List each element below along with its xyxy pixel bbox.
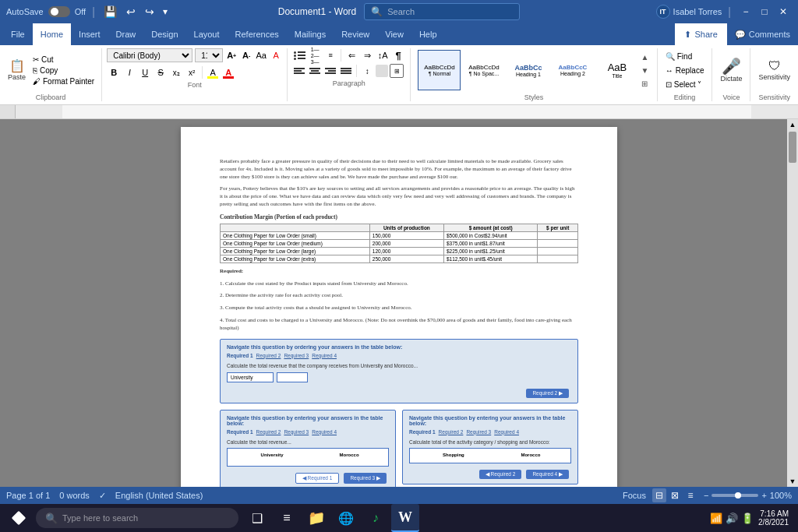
quick-access-save[interactable]: 💾 <box>101 5 119 18</box>
align-right-button[interactable] <box>323 64 337 78</box>
share-button[interactable]: ⬆Share <box>675 23 726 45</box>
answer-box-3-tab-req4[interactable]: Required 4 <box>494 429 519 435</box>
superscript-button[interactable]: x² <box>185 65 199 79</box>
font-color-button[interactable]: A <box>221 65 235 79</box>
multilevel-list-button[interactable]: ≡ <box>323 48 337 62</box>
sort-button[interactable]: ↕A <box>376 48 390 62</box>
subscript-button[interactable]: x₂ <box>169 65 183 79</box>
zoom-level[interactable]: 100% <box>770 491 792 500</box>
replace-button[interactable]: ↔Replace <box>662 65 708 76</box>
justify-button[interactable] <box>339 64 353 78</box>
zoom-track[interactable] <box>711 494 758 497</box>
highlight-color-button[interactable]: A <box>206 65 220 79</box>
clock[interactable]: 7:16 AM 2/8/2021 <box>758 509 789 527</box>
close-button[interactable]: ✕ <box>775 3 792 20</box>
battery-icon[interactable]: 🔋 <box>741 513 754 524</box>
answer-box-2-tab-req2[interactable]: Required 2 <box>256 429 281 435</box>
taskbar-search[interactable]: 🔍 Type here to search <box>36 508 238 528</box>
answer-box-2-tab-req4[interactable]: Required 4 <box>312 429 337 435</box>
dictate-button[interactable]: 🎤 Dictate <box>717 48 745 92</box>
underline-button[interactable]: U <box>138 65 152 79</box>
customize-quick-access[interactable]: ▾ <box>161 6 169 17</box>
answer-tab-req3[interactable]: Required 3 <box>284 353 309 358</box>
font-size-select[interactable]: 11 <box>195 48 223 62</box>
tab-draw[interactable]: Draw <box>108 23 144 45</box>
bullets-button[interactable] <box>292 48 306 62</box>
vertical-scrollbar[interactable]: ▲ ▼ <box>787 119 798 487</box>
print-layout-button[interactable]: ⊟ <box>652 488 666 502</box>
focus-label[interactable]: Focus <box>623 491 646 500</box>
tab-home[interactable]: Home <box>33 23 71 45</box>
tab-insert[interactable]: Insert <box>71 23 108 45</box>
taskbar-app-explorer[interactable]: 📁 <box>302 504 330 532</box>
increase-font-button[interactable]: A+ <box>225 49 238 62</box>
tab-mailings[interactable]: Mailings <box>287 23 334 45</box>
taskbar-app-taskview[interactable]: ❑ <box>243 504 271 532</box>
select-button[interactable]: ⊡Select ˅ <box>662 79 708 90</box>
align-left-button[interactable] <box>292 64 306 78</box>
scroll-up-button[interactable]: ▲ <box>787 119 798 130</box>
gallery-scroll-down[interactable]: ▼ <box>640 64 649 76</box>
start-button[interactable] <box>3 506 34 530</box>
answer-tab-req2[interactable]: Required 2 <box>256 353 281 358</box>
numbering-button[interactable]: 1—2—3— <box>308 48 322 62</box>
style-heading1[interactable]: AaBbCc Heading 1 <box>507 50 549 90</box>
align-center-button[interactable] <box>308 64 322 78</box>
scroll-thumb[interactable] <box>789 132 796 163</box>
document-page[interactable]: Retailers probably face a greater pressu… <box>181 127 617 487</box>
shading-button[interactable] <box>376 65 388 77</box>
answer-tab-req4[interactable]: Required 4 <box>312 353 337 358</box>
web-layout-button[interactable]: ⊠ <box>668 488 682 502</box>
answer-box-3-tab-req1[interactable]: Required 1 <box>409 429 436 435</box>
zoom-out-button[interactable]: − <box>704 491 708 500</box>
scroll-track[interactable] <box>787 130 798 476</box>
find-button[interactable]: 🔍Find <box>662 51 708 62</box>
style-title[interactable]: AaB Title <box>595 50 638 90</box>
quick-access-undo[interactable]: ↩ <box>124 5 138 18</box>
cut-button[interactable]: ✂Cut <box>30 55 97 65</box>
minimize-button[interactable]: − <box>737 3 754 20</box>
scroll-down-button[interactable]: ▼ <box>787 476 798 487</box>
sensitivity-button[interactable]: 🛡 Sensitivity <box>755 48 793 92</box>
taskbar-app-spotify[interactable]: ♪ <box>362 504 390 532</box>
answer-box-3-tab-req3[interactable]: Required 3 <box>466 429 491 435</box>
italic-button[interactable]: I <box>122 65 136 79</box>
increase-indent-button[interactable]: ⇒ <box>360 48 374 62</box>
ruler-corner[interactable] <box>0 105 16 119</box>
style-normal[interactable]: AaBbCcDd ¶ Normal <box>418 50 461 90</box>
change-case-button[interactable]: Aa <box>255 49 267 62</box>
quick-access-redo[interactable]: ↪ <box>143 5 157 18</box>
required-2-prev-button-3[interactable]: ◀ Required 2 <box>479 470 522 479</box>
zoom-thumb[interactable] <box>735 492 741 499</box>
style-heading2[interactable]: AaBbCcC Heading 2 <box>551 50 594 90</box>
answer-box-2-tab-req3[interactable]: Required 3 <box>284 429 309 435</box>
university-input-cell[interactable] <box>277 372 308 382</box>
tab-layout[interactable]: Layout <box>186 23 228 45</box>
font-name-select[interactable]: Calibri (Body) <box>107 48 192 62</box>
search-box[interactable]: 🔍 Search <box>364 3 520 20</box>
answer-box-2-tab-req1[interactable]: Required 1 <box>227 429 253 435</box>
taskbar-app-word[interactable]: W <box>391 504 419 532</box>
autosave-toggle[interactable] <box>48 6 70 17</box>
paste-button[interactable]: 📋 Paste <box>5 48 29 92</box>
format-painter-button[interactable]: 🖌Format Painter <box>30 76 97 86</box>
required-1-prev-button-2[interactable]: ◀ Required 1 <box>295 473 340 484</box>
tab-view[interactable]: View <box>377 23 411 45</box>
zoom-in-button[interactable]: + <box>761 491 766 500</box>
tab-help[interactable]: Help <box>411 23 445 45</box>
gallery-expand[interactable]: ⊞ <box>640 77 649 90</box>
decrease-indent-button[interactable]: ⇐ <box>344 48 358 62</box>
answer-box-3-tab-req2[interactable]: Required 2 <box>439 429 464 435</box>
network-icon[interactable]: 📶 <box>710 513 722 524</box>
tab-review[interactable]: Review <box>334 23 377 45</box>
maximize-button[interactable]: □ <box>756 3 773 20</box>
comments-button[interactable]: 💬Comments <box>727 23 798 45</box>
copy-button[interactable]: ⎘Copy <box>30 65 97 76</box>
tab-references[interactable]: References <box>228 23 287 45</box>
tab-design[interactable]: Design <box>143 23 185 45</box>
decrease-font-button[interactable]: A- <box>240 49 252 62</box>
tab-file[interactable]: File <box>3 23 33 45</box>
strikethrough-button[interactable]: S <box>154 65 168 79</box>
required-4-next-button-3[interactable]: Required 4 ▶ <box>526 470 569 479</box>
clear-format-button[interactable]: A <box>270 49 282 62</box>
